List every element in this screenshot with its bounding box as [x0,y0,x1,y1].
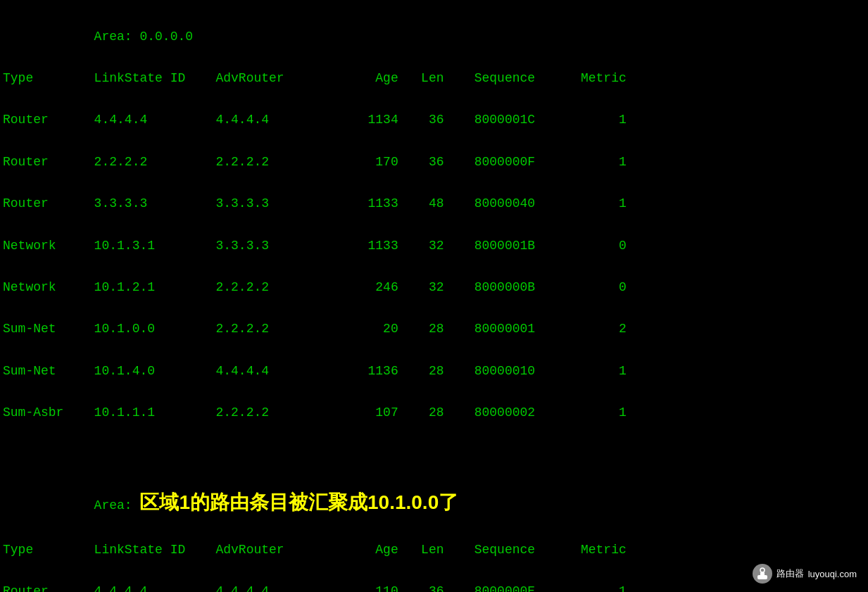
area0-header: Area: 0.0.0.0 [3,30,193,44]
area1-line: Area: [3,498,139,512]
watermark: 路由器 luyouqi.com [747,561,862,586]
col-header-0: Type LinkState ID AdvRouter Age Len Sequ… [3,71,627,85]
row-5-type: Sum-Net 10.1.0.0 2.2.2.2 20 28 80000001 … [3,322,627,336]
row-4-type: Network 10.1.2.1 2.2.2.2 246 32 8000000B… [3,280,627,294]
watermark-label: 路由器 [776,567,804,580]
row-7-type: Sum-Asbr 10.1.1.1 2.2.2.2 107 28 8000000… [3,405,627,420]
row-1-type: Router 2.2.2.2 2.2.2.2 170 36 8000000F 1 [3,155,627,169]
watermark-icon [753,564,772,584]
col-header-1: Type LinkState ID AdvRouter Age Len Sequ… [3,543,627,557]
watermark-site: luyouqi.com [808,569,857,579]
row-2-type: Router 3.3.3.3 3.3.3.3 1133 48 80000040 … [3,196,627,210]
area1-row-0: Router 4.4.4.4 4.4.4.4 110 36 8000000E 1 [3,584,627,592]
row-3-type: Network 10.1.3.1 3.3.3.3 1133 32 8000001… [3,239,627,253]
row-6-type: Sum-Net 10.1.4.0 4.4.4.4 1136 28 8000001… [3,364,627,378]
svg-rect-3 [762,572,763,573]
row-0-type: Router 4.4.4.4 4.4.4.4 1134 36 8000001C … [3,113,627,127]
annotation-text: 区域1的路由条目被汇聚成10.1.0.0了 [139,491,458,513]
terminal-output: Area: 0.0.0.0 Type LinkState ID AdvRoute… [0,0,868,592]
